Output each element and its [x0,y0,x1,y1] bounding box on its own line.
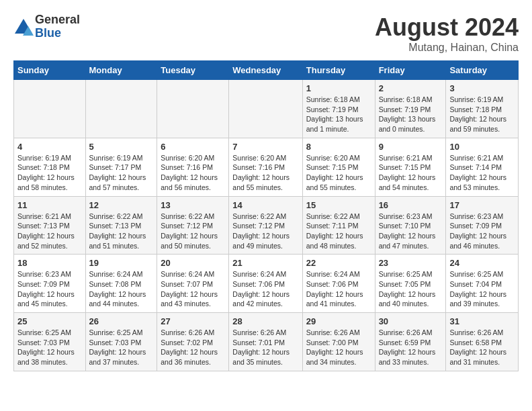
day-number: 14 [232,200,298,210]
weekday-header-friday: Friday [375,61,446,80]
day-info: Sunrise: 6:24 AM Sunset: 7:06 PM Dayligh… [232,269,298,309]
calendar-cell: 11Sunrise: 6:21 AM Sunset: 7:13 PM Dayli… [14,196,86,255]
weekday-header-saturday: Saturday [446,61,519,80]
day-number: 28 [232,316,298,326]
day-info: Sunrise: 6:25 AM Sunset: 7:04 PM Dayligh… [449,269,515,309]
calendar-week-row: 18Sunrise: 6:23 AM Sunset: 7:09 PM Dayli… [14,255,519,313]
day-info: Sunrise: 6:25 AM Sunset: 7:03 PM Dayligh… [17,328,82,367]
calendar-cell: 12Sunrise: 6:22 AM Sunset: 7:13 PM Dayli… [85,196,157,255]
day-info: Sunrise: 6:23 AM Sunset: 7:09 PM Dayligh… [449,212,515,251]
calendar-cell: 13Sunrise: 6:22 AM Sunset: 7:12 PM Dayli… [157,196,229,255]
calendar-cell: 8Sunrise: 6:20 AM Sunset: 7:15 PM Daylig… [302,138,375,196]
month-title: August 2024 [375,13,519,42]
calendar-cell: 28Sunrise: 6:26 AM Sunset: 7:01 PM Dayli… [229,313,302,371]
day-number: 26 [89,316,154,326]
day-number: 1 [306,83,371,93]
day-info: Sunrise: 6:25 AM Sunset: 7:05 PM Dayligh… [379,269,443,309]
weekday-header-thursday: Thursday [302,61,375,80]
day-info: Sunrise: 6:19 AM Sunset: 7:17 PM Dayligh… [89,153,154,193]
day-info: Sunrise: 6:25 AM Sunset: 7:03 PM Dayligh… [89,328,154,367]
day-number: 13 [161,200,225,210]
calendar-table: SundayMondayTuesdayWednesdayThursdayFrid… [13,60,519,371]
calendar-cell: 14Sunrise: 6:22 AM Sunset: 7:12 PM Dayli… [229,196,302,255]
calendar-cell: 22Sunrise: 6:24 AM Sunset: 7:06 PM Dayli… [302,255,375,313]
day-number: 31 [449,316,515,326]
day-number: 7 [232,142,298,152]
calendar-week-row: 4Sunrise: 6:19 AM Sunset: 7:18 PM Daylig… [14,138,519,196]
calendar-cell: 3Sunrise: 6:19 AM Sunset: 7:18 PM Daylig… [446,80,519,138]
page-header: General Blue August 2024 Mutang, Hainan,… [13,13,519,54]
day-number: 18 [17,258,82,268]
day-info: Sunrise: 6:21 AM Sunset: 7:13 PM Dayligh… [17,212,82,251]
day-number: 20 [161,258,225,268]
calendar-cell: 5Sunrise: 6:19 AM Sunset: 7:17 PM Daylig… [85,138,157,196]
weekday-header-sunday: Sunday [14,61,86,80]
calendar-cell: 19Sunrise: 6:24 AM Sunset: 7:08 PM Dayli… [85,255,157,313]
day-info: Sunrise: 6:26 AM Sunset: 6:59 PM Dayligh… [379,328,443,367]
day-number: 24 [449,258,515,268]
day-info: Sunrise: 6:20 AM Sunset: 7:16 PM Dayligh… [232,153,298,193]
calendar-cell: 31Sunrise: 6:26 AM Sunset: 6:58 PM Dayli… [446,313,519,371]
day-info: Sunrise: 6:21 AM Sunset: 7:14 PM Dayligh… [449,153,515,193]
day-info: Sunrise: 6:22 AM Sunset: 7:13 PM Dayligh… [89,212,154,251]
calendar-cell: 26Sunrise: 6:25 AM Sunset: 7:03 PM Dayli… [85,313,157,371]
calendar-cell: 24Sunrise: 6:25 AM Sunset: 7:04 PM Dayli… [446,255,519,313]
calendar-cell: 18Sunrise: 6:23 AM Sunset: 7:09 PM Dayli… [14,255,86,313]
calendar-week-row: 11Sunrise: 6:21 AM Sunset: 7:13 PM Dayli… [14,196,519,255]
day-number: 17 [449,200,515,210]
calendar-cell [229,80,302,138]
day-info: Sunrise: 6:26 AM Sunset: 7:01 PM Dayligh… [232,328,298,367]
day-number: 11 [17,200,82,210]
calendar-week-row: 1Sunrise: 6:18 AM Sunset: 7:19 PM Daylig… [14,80,519,138]
day-number: 4 [17,142,82,152]
calendar-cell: 23Sunrise: 6:25 AM Sunset: 7:05 PM Dayli… [375,255,446,313]
calendar-cell: 30Sunrise: 6:26 AM Sunset: 6:59 PM Dayli… [375,313,446,371]
day-info: Sunrise: 6:26 AM Sunset: 6:58 PM Dayligh… [449,328,515,367]
day-info: Sunrise: 6:19 AM Sunset: 7:18 PM Dayligh… [17,153,82,193]
calendar-cell [157,80,229,138]
day-number: 9 [379,142,443,152]
calendar-cell: 7Sunrise: 6:20 AM Sunset: 7:16 PM Daylig… [229,138,302,196]
day-number: 10 [449,142,515,152]
day-info: Sunrise: 6:19 AM Sunset: 7:18 PM Dayligh… [449,95,515,134]
day-info: Sunrise: 6:24 AM Sunset: 7:08 PM Dayligh… [89,269,154,309]
day-info: Sunrise: 6:24 AM Sunset: 7:06 PM Dayligh… [306,269,371,309]
logo-icon [13,17,34,37]
day-info: Sunrise: 6:22 AM Sunset: 7:12 PM Dayligh… [161,212,225,251]
day-info: Sunrise: 6:21 AM Sunset: 7:15 PM Dayligh… [379,153,443,193]
logo-text: General Blue [35,13,80,40]
calendar-cell: 6Sunrise: 6:20 AM Sunset: 7:16 PM Daylig… [157,138,229,196]
day-info: Sunrise: 6:22 AM Sunset: 7:12 PM Dayligh… [232,212,298,251]
calendar-cell: 4Sunrise: 6:19 AM Sunset: 7:18 PM Daylig… [14,138,86,196]
day-info: Sunrise: 6:18 AM Sunset: 7:19 PM Dayligh… [306,95,371,134]
day-info: Sunrise: 6:20 AM Sunset: 7:15 PM Dayligh… [306,153,371,193]
calendar-cell: 2Sunrise: 6:18 AM Sunset: 7:19 PM Daylig… [375,80,446,138]
weekday-header-row: SundayMondayTuesdayWednesdayThursdayFrid… [14,61,519,80]
day-number: 6 [161,142,225,152]
calendar-cell [14,80,86,138]
day-number: 22 [306,258,371,268]
logo-general: General [35,13,80,27]
calendar-cell: 15Sunrise: 6:22 AM Sunset: 7:11 PM Dayli… [302,196,375,255]
day-number: 30 [379,316,443,326]
day-info: Sunrise: 6:26 AM Sunset: 7:00 PM Dayligh… [306,328,371,367]
calendar-cell: 29Sunrise: 6:26 AM Sunset: 7:00 PM Dayli… [302,313,375,371]
day-info: Sunrise: 6:23 AM Sunset: 7:10 PM Dayligh… [379,212,443,251]
calendar-cell: 10Sunrise: 6:21 AM Sunset: 7:14 PM Dayli… [446,138,519,196]
day-number: 16 [379,200,443,210]
day-number: 15 [306,200,371,210]
day-number: 19 [89,258,154,268]
day-info: Sunrise: 6:24 AM Sunset: 7:07 PM Dayligh… [161,269,225,309]
title-block: August 2024 Mutang, Hainan, China [375,13,519,54]
calendar-cell: 27Sunrise: 6:26 AM Sunset: 7:02 PM Dayli… [157,313,229,371]
calendar-cell: 25Sunrise: 6:25 AM Sunset: 7:03 PM Dayli… [14,313,86,371]
calendar-cell: 20Sunrise: 6:24 AM Sunset: 7:07 PM Dayli… [157,255,229,313]
weekday-header-monday: Monday [85,61,157,80]
calendar-cell: 21Sunrise: 6:24 AM Sunset: 7:06 PM Dayli… [229,255,302,313]
day-info: Sunrise: 6:18 AM Sunset: 7:19 PM Dayligh… [379,95,443,134]
day-number: 3 [449,83,515,93]
day-number: 8 [306,142,371,152]
day-number: 5 [89,142,154,152]
calendar-cell: 9Sunrise: 6:21 AM Sunset: 7:15 PM Daylig… [375,138,446,196]
day-info: Sunrise: 6:20 AM Sunset: 7:16 PM Dayligh… [161,153,225,193]
